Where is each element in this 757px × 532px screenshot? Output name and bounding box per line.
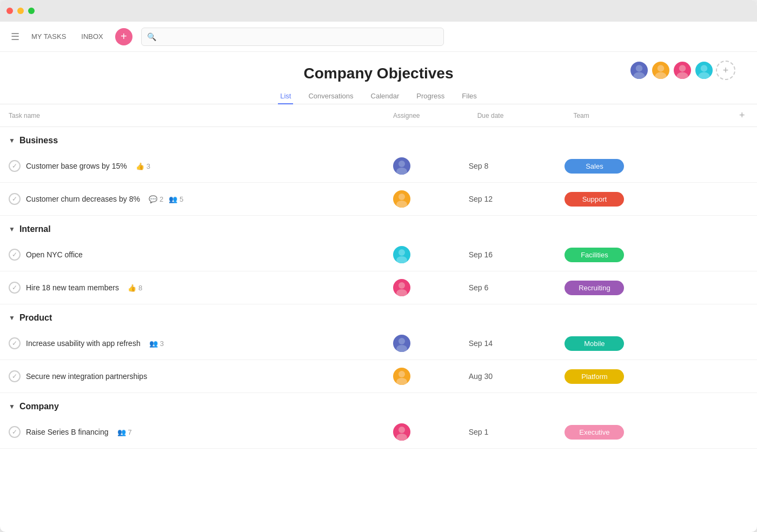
- team-badge[interactable]: Support: [565, 192, 624, 207]
- tab-conversations[interactable]: Conversations: [306, 89, 355, 104]
- tab-progress[interactable]: Progress: [414, 89, 447, 104]
- meta-item: 👥5: [169, 195, 183, 203]
- team-badge[interactable]: Executive: [565, 425, 624, 440]
- section-label: Product: [19, 313, 52, 323]
- add-member-button[interactable]: +: [716, 61, 735, 80]
- row-add-cell: [727, 327, 757, 360]
- task-avatar[interactable]: [393, 423, 410, 441]
- app-header: ☰ MY TASKS INBOX + 🔍: [0, 22, 757, 52]
- meta-icon: 💬: [149, 195, 157, 203]
- task-cell: ✓ Customer churn decreases by 8% 💬2👥5: [0, 183, 384, 216]
- duedate-cell: Sep 12: [469, 183, 565, 216]
- task-name: Customer base grows by 15%: [26, 162, 127, 170]
- team-badge[interactable]: Facilities: [565, 248, 624, 262]
- duedate-cell: Sep 16: [469, 238, 565, 271]
- add-button[interactable]: +: [115, 28, 132, 45]
- task-cell-content: ✓ Customer base grows by 15% 👍3: [0, 152, 384, 179]
- col-header-add[interactable]: +: [727, 104, 757, 127]
- task-meta: 👥7: [117, 428, 132, 436]
- search-bar: 🔍: [141, 28, 444, 46]
- assignee-content: [384, 327, 469, 360]
- task-cell-content: ✓ Hire 18 new team members 👍8: [0, 274, 384, 301]
- team-cell: Facilities: [565, 238, 727, 271]
- meta-count: 3: [160, 340, 164, 348]
- close-button[interactable]: [6, 8, 13, 14]
- assignee-content: [384, 360, 469, 393]
- task-table: Task name Assignee Due date Team + ▼ Bus…: [0, 104, 757, 449]
- avatar-4[interactable]: [694, 61, 714, 80]
- svg-point-10: [399, 194, 405, 200]
- section-label: Company: [19, 402, 59, 411]
- chevron-icon[interactable]: ▼: [9, 403, 15, 410]
- task-cell-content: ✓ Increase usability with app refresh 👥3: [0, 330, 384, 357]
- svg-point-18: [399, 371, 405, 377]
- search-icon: 🔍: [147, 32, 156, 41]
- task-cell-content: ✓ Open NYC office: [0, 241, 384, 268]
- assignee-content: [384, 183, 469, 215]
- my-tasks-nav[interactable]: MY TASKS: [28, 30, 69, 43]
- team-badge[interactable]: Platform: [565, 369, 624, 384]
- svg-point-9: [396, 168, 407, 175]
- svg-point-15: [396, 289, 407, 296]
- table-row: ✓ Raise Series B financing 👥7 Sep 1 Exec…: [0, 416, 757, 449]
- section-title: ▼ Business: [9, 136, 748, 145]
- tab-calendar[interactable]: Calendar: [369, 89, 402, 104]
- assignee-cell: [384, 183, 469, 216]
- task-checkbox[interactable]: ✓: [9, 193, 21, 205]
- task-cell: ✓ Secure new integration partnerships: [0, 360, 384, 393]
- svg-point-2: [658, 65, 664, 71]
- chevron-icon[interactable]: ▼: [9, 314, 15, 322]
- task-checkbox[interactable]: ✓: [9, 426, 21, 438]
- avatar-1[interactable]: [629, 61, 649, 80]
- team-avatars: +: [629, 61, 735, 80]
- task-checkbox[interactable]: ✓: [9, 282, 21, 294]
- task-meta: 👍8: [128, 284, 142, 292]
- meta-item: 👥3: [149, 340, 164, 348]
- task-avatar[interactable]: [393, 279, 410, 296]
- search-input[interactable]: [160, 32, 438, 41]
- assignee-cell: [384, 327, 469, 360]
- chevron-icon[interactable]: ▼: [9, 137, 15, 144]
- assignee-cell: [384, 150, 469, 183]
- meta-count: 2: [160, 195, 163, 203]
- assignee-cell: [384, 238, 469, 271]
- task-checkbox[interactable]: ✓: [9, 249, 21, 261]
- tab-files[interactable]: Files: [460, 89, 479, 104]
- task-checkbox[interactable]: ✓: [9, 370, 21, 382]
- minimize-button[interactable]: [17, 8, 24, 14]
- avatar-3[interactable]: [673, 61, 692, 80]
- meta-count: 7: [128, 428, 132, 436]
- section-title: ▼ Company: [9, 402, 748, 411]
- task-cell: ✓ Customer base grows by 15% 👍3: [0, 150, 384, 183]
- avatar-2[interactable]: [651, 61, 670, 80]
- task-meta: 👥3: [149, 340, 164, 348]
- task-avatar[interactable]: [393, 190, 410, 208]
- svg-point-16: [399, 338, 405, 344]
- task-checkbox[interactable]: ✓: [9, 337, 21, 349]
- task-avatar[interactable]: [393, 368, 410, 385]
- team-badge[interactable]: Sales: [565, 159, 624, 174]
- chevron-icon[interactable]: ▼: [9, 225, 15, 233]
- section-title: ▼ Internal: [9, 224, 748, 234]
- section-label: Internal: [19, 224, 51, 234]
- assignee-content: [384, 416, 469, 448]
- task-checkbox[interactable]: ✓: [9, 160, 21, 172]
- task-name: Open NYC office: [26, 250, 83, 259]
- assignee-cell: [384, 271, 469, 304]
- menu-icon[interactable]: ☰: [11, 31, 19, 43]
- svg-point-20: [399, 427, 405, 433]
- tab-list[interactable]: List: [278, 89, 293, 104]
- maximize-button[interactable]: [28, 8, 35, 14]
- table-row: ✓ Customer churn decreases by 8% 💬2👥5 Se…: [0, 183, 757, 216]
- row-add-cell: [727, 150, 757, 183]
- row-add-cell: [727, 360, 757, 393]
- task-avatar[interactable]: [393, 335, 410, 352]
- team-badge[interactable]: Recruiting: [565, 281, 624, 295]
- team-badge[interactable]: Mobile: [565, 336, 624, 351]
- task-meta: 👍3: [136, 162, 150, 170]
- task-avatar[interactable]: [393, 246, 410, 263]
- svg-point-4: [679, 65, 686, 71]
- inbox-nav[interactable]: INBOX: [78, 30, 106, 43]
- row-add-cell: [727, 271, 757, 304]
- task-avatar[interactable]: [393, 157, 410, 175]
